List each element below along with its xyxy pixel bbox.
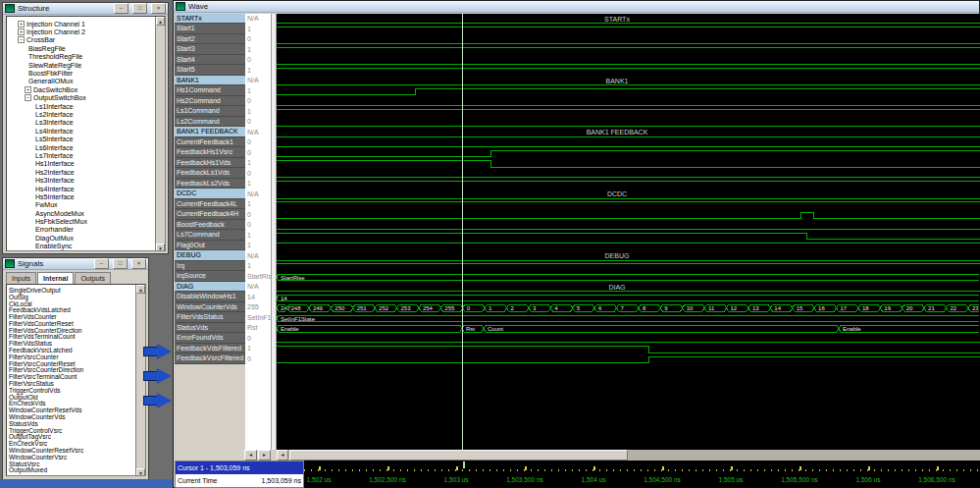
tree-item-label: Hs3Interface xyxy=(35,177,75,184)
wave-window: Wave STARTxStart1Start2Start3Start4Start… xyxy=(173,0,980,488)
wave-group-header[interactable]: STARTx xyxy=(175,14,245,25)
wave-signal-name[interactable]: Start5 xyxy=(175,65,245,76)
tree-item[interactable]: SlewRateRegFile xyxy=(7,61,165,69)
tree-item[interactable]: +DacSwitchBox xyxy=(7,85,165,93)
maximize-button[interactable]: □ xyxy=(113,258,128,269)
tree-item[interactable]: Ls4Interface xyxy=(7,127,165,135)
wave-signal-name[interactable]: Irq xyxy=(175,261,245,272)
wave-trace xyxy=(277,315,279,322)
tree-item[interactable]: Ls1Interface xyxy=(7,102,165,110)
structure-titlebar[interactable]: Structure – □ × xyxy=(3,3,168,15)
scroll-down-icon[interactable]: ▼ xyxy=(136,468,145,476)
signals-titlebar[interactable]: Signals – □ × xyxy=(3,258,148,270)
tree-item[interactable]: GeneralIOMux xyxy=(7,78,165,85)
wave-signal-value: 1 xyxy=(245,261,271,272)
wave-signal-name[interactable]: Start1 xyxy=(175,24,245,34)
wave-titlebar[interactable]: Wave xyxy=(174,1,979,13)
wave-group-header[interactable]: DIAG xyxy=(175,282,245,293)
wave-signal-name[interactable]: Start4 xyxy=(175,55,245,66)
wave-signal-name[interactable]: StatusVds xyxy=(175,323,245,334)
tree-item[interactable]: HsFbkSelectMux xyxy=(7,217,165,225)
scroll-right-icon[interactable]: ► xyxy=(258,450,271,461)
tree-item[interactable]: Errorhandler xyxy=(7,226,165,234)
structure-scrollbar[interactable]: ▲ ▼ xyxy=(155,17,165,251)
tree-item[interactable]: +Injection Channel 1 xyxy=(7,20,165,27)
wave-signal-name[interactable]: ErrorFoundVds xyxy=(175,333,245,344)
tree-item-label: EnableSync xyxy=(35,243,72,249)
expand-icon[interactable]: + xyxy=(18,21,25,27)
scroll-down-icon[interactable]: ▼ xyxy=(156,244,165,251)
tree-item[interactable]: −OutputSwitchBox xyxy=(7,94,165,102)
wave-group-header[interactable]: BANK1 xyxy=(175,76,245,86)
tree-item[interactable]: Ls5Interface xyxy=(7,135,165,142)
wave-horizontal-scrollbar[interactable]: ◄ xyxy=(277,450,980,461)
cursor-row[interactable]: Cursor 1 - 1,503,059 ns xyxy=(176,461,303,474)
tree-item[interactable]: −CrossBar xyxy=(7,36,165,44)
timeline-major-tick xyxy=(593,466,595,470)
wave-signal-name[interactable]: Flag0Out xyxy=(175,241,245,251)
wave-signal-name[interactable]: BoostFeedback xyxy=(175,220,245,231)
wave-signal-name[interactable]: Hs2Command xyxy=(175,96,245,107)
wave-signal-name[interactable]: Ls7Command xyxy=(175,230,245,241)
wave-signal-name[interactable]: WindowCounterVds xyxy=(175,302,245,313)
maximize-button[interactable]: □ xyxy=(132,3,147,14)
wave-signal-name[interactable]: CurrentFeedback4H xyxy=(175,209,245,220)
wave-group-header[interactable]: DCDC xyxy=(175,189,245,199)
wave-group-header[interactable]: BANK1 FEEDBACK xyxy=(175,127,245,137)
tree-item[interactable]: Hs5Interface xyxy=(7,192,165,200)
scroll-left-icon[interactable]: ◄ xyxy=(277,450,288,461)
tree-item[interactable]: AsyncModeMux xyxy=(7,209,165,217)
tree-item[interactable]: Hs3Interface xyxy=(7,176,165,184)
wave-signal-name[interactable]: Ls2Command xyxy=(175,117,245,128)
scrollbar-thumb[interactable] xyxy=(289,450,628,461)
wave-signal-name[interactable]: FeedbackHs1Vds xyxy=(175,158,245,169)
tree-item[interactable]: BiasRegFile xyxy=(7,44,165,52)
tree-item[interactable]: Ls6Interface xyxy=(7,143,165,151)
tree-item[interactable]: ThresholdRegFile xyxy=(7,53,165,61)
wave-name-column[interactable]: STARTxStart1Start2Start3Start4Start5BANK… xyxy=(175,14,245,450)
wave-signal-name[interactable]: irqSource xyxy=(175,271,245,282)
scroll-up-icon[interactable]: ▲ xyxy=(156,17,165,26)
wave-signal-name[interactable]: FeedbackHs1Vsrc xyxy=(175,147,245,158)
close-button[interactable]: × xyxy=(131,258,146,269)
scroll-left-icon[interactable]: ◄ xyxy=(244,450,257,461)
tree-item[interactable]: +Injection Channel 2 xyxy=(7,27,165,35)
tree-item[interactable]: FwMux xyxy=(7,201,165,209)
wave-signal-name[interactable]: Hs1Command xyxy=(175,85,245,96)
wave-signal-name[interactable]: FeedbackVsrcFiltered xyxy=(175,353,245,364)
wave-signal-name[interactable]: Start2 xyxy=(175,34,245,45)
wave-signal-name[interactable]: FilterVdsStatus xyxy=(175,312,245,323)
scroll-up-icon[interactable]: ▲ xyxy=(136,285,145,294)
close-button[interactable]: × xyxy=(151,3,166,14)
expand-icon[interactable]: + xyxy=(25,86,31,93)
timeline[interactable]: 1,502 us1,502,500 ns1,503 us1,503,500 ns… xyxy=(304,461,980,488)
tree-item[interactable]: Ls2Interface xyxy=(7,110,165,118)
collapse-icon[interactable]: − xyxy=(18,36,25,43)
tree-item[interactable]: Hs2Interface xyxy=(7,168,165,176)
tree-item[interactable]: DiagOutMux xyxy=(7,234,165,242)
minimize-button[interactable]: – xyxy=(114,3,129,14)
wave-signal-name[interactable]: Ls1Command xyxy=(175,106,245,117)
wave-group-header[interactable]: DEBUG xyxy=(175,250,245,261)
wave-signal-name[interactable]: Start3 xyxy=(175,44,245,55)
waveform-canvas[interactable]: STARTxBANK1BANK1 FEEDBACKDCDCDEBUGStartR… xyxy=(277,14,980,450)
tree-item[interactable]: Ls7Interface xyxy=(7,151,165,159)
wave-signal-name[interactable]: DisableWindowHs1 xyxy=(175,292,245,302)
wave-signal-name[interactable]: CurrentFeedback4L xyxy=(175,199,245,210)
wave-signal-name[interactable]: CurrentFeedback1 xyxy=(175,137,245,148)
wave-signal-name[interactable]: FeedbackLs2Vds xyxy=(175,179,245,190)
tree-item[interactable]: Ls3Interface xyxy=(7,119,165,127)
tree-item[interactable]: EnableSync xyxy=(7,243,165,250)
wave-label: StartRise xyxy=(281,274,305,280)
tree-item[interactable]: Hs1Interface xyxy=(7,160,165,168)
tree-item[interactable]: +Memories xyxy=(7,250,165,251)
minimize-button[interactable]: – xyxy=(94,258,109,269)
list-item[interactable]: OutputMuxed xyxy=(7,467,145,474)
wave-signal-name[interactable]: FeedbackVdsFiltered xyxy=(175,344,245,354)
wave-signal-name[interactable]: FeedbackLs1Vds xyxy=(175,168,245,179)
wave-signal-value: 0 xyxy=(245,168,271,179)
tree-item[interactable]: BoostFbkFilter xyxy=(7,69,165,77)
collapse-icon[interactable]: − xyxy=(25,94,31,101)
expand-icon[interactable]: + xyxy=(18,28,25,35)
tree-item[interactable]: Hs4Interface xyxy=(7,185,165,192)
